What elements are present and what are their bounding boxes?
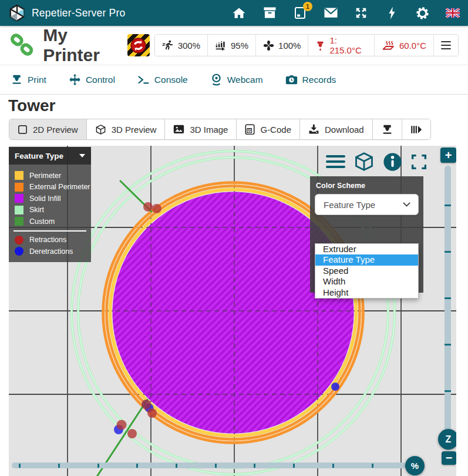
view-3d-preview-button[interactable]: 3D Preview: [86, 119, 165, 139]
bed-temp-value: 60.0°C: [399, 41, 426, 51]
job-title: Tower: [8, 96, 55, 115]
heated-bed-icon: [382, 39, 395, 51]
tab-webcam[interactable]: Webcam: [210, 73, 263, 85]
legend-item: Solid Infill: [9, 193, 91, 205]
option-feature-type[interactable]: Feature Type: [315, 254, 418, 265]
flow-bars-icon: [215, 40, 227, 51]
mail-icon[interactable]: [324, 6, 338, 20]
legend-item: External Perimeter: [9, 182, 91, 193]
color-swatch: [15, 171, 23, 180]
layer-slider-vertical[interactable]: [445, 166, 451, 450]
zoom-in-button[interactable]: +: [440, 148, 456, 163]
gcode-2d-preview-canvas[interactable]: Feature Type Perimeter External Perimete…: [9, 146, 456, 476]
option-speed[interactable]: Speed: [315, 266, 418, 276]
print-nozzle-icon: [11, 73, 23, 86]
option-height[interactable]: Height: [315, 287, 418, 298]
chevron-down-icon: [402, 202, 411, 207]
preview-info-icon[interactable]: [383, 152, 402, 172]
preview-menu-icon[interactable]: [326, 155, 345, 169]
legend-item-label: Retractions: [29, 236, 66, 244]
printer-header: My Printer: [0, 26, 468, 65]
archive-box-icon[interactable]: [262, 6, 277, 20]
top-navbar: Repetier-Server Pro 1: [0, 0, 468, 26]
printer-queue-icon[interactable]: 1: [293, 6, 307, 20]
legend-item: Custom: [9, 216, 91, 227]
legend-item-label: Custom: [29, 217, 55, 226]
printer-tabbar: Print Control Console Webcam Records: [0, 65, 468, 95]
flow-value: 95%: [231, 41, 248, 51]
download-button[interactable]: Download: [299, 119, 372, 139]
preview-mode-button-group: 2D Preview 3D Preview 3D Image G G-Code …: [9, 119, 431, 140]
color-scheme-select[interactable]: Feature Type: [315, 194, 419, 215]
legend-separator: [14, 230, 86, 232]
home-icon[interactable]: [232, 6, 246, 20]
tab-records[interactable]: Records: [285, 75, 336, 85]
legend-header[interactable]: Feature Type: [9, 147, 91, 165]
view-3d-image-label: 3D Image: [190, 125, 228, 135]
printer-name: My Printer: [43, 25, 127, 65]
legend-item: Retractions: [9, 234, 91, 246]
color-scheme-panel: Color Scheme Feature Type Extruder Featu…: [310, 176, 423, 293]
hamburger-icon: [441, 41, 451, 50]
reprint-button[interactable]: [372, 119, 402, 139]
console-prompt-icon: [137, 75, 150, 85]
settings-gear-icon[interactable]: [415, 6, 429, 20]
print-nozzle-icon: [381, 123, 393, 136]
speed-runner-icon: [162, 39, 174, 51]
square-outline-icon: [18, 125, 28, 135]
speed-value: 300%: [178, 41, 200, 51]
view-3d-image-button[interactable]: 3D Image: [164, 119, 236, 139]
extruder-temp-button[interactable]: 1: 215.0°C: [308, 35, 374, 56]
notification-badge: 1: [303, 2, 312, 11]
retraction-dot-icon: [15, 236, 23, 244]
legend-item-label: Solid Infill: [29, 195, 61, 203]
bed-temp-button[interactable]: 60.0°C: [374, 35, 433, 56]
svg-text:G: G: [248, 128, 251, 132]
tab-control[interactable]: Control: [69, 73, 115, 86]
emergency-stop-icon: [130, 38, 146, 53]
view-gcode-button[interactable]: G G-Code: [236, 119, 299, 139]
layer-range-button[interactable]: [402, 119, 430, 139]
power-bolt-icon[interactable]: [385, 6, 399, 20]
legend-item: Skirt: [9, 205, 91, 216]
expand-icon[interactable]: [354, 6, 368, 20]
zoom-out-button[interactable]: −: [442, 451, 456, 465]
color-swatch: [15, 194, 23, 203]
webcam-icon: [210, 73, 223, 85]
fullscreen-icon[interactable]: [410, 153, 427, 170]
emergency-stop-button[interactable]: [127, 34, 149, 56]
view-2d-preview-button[interactable]: 2D Preview: [9, 119, 86, 139]
repetier-logo[interactable]: [8, 4, 26, 22]
option-extruder[interactable]: Extruder: [315, 244, 418, 254]
color-swatch: [15, 183, 23, 192]
tab-print[interactable]: Print: [11, 73, 46, 86]
legend-title: Feature Type: [15, 152, 75, 160]
speed-multiplier-button[interactable]: 300%: [155, 35, 207, 56]
option-width[interactable]: Width: [315, 276, 418, 287]
extruder-temp-value: 1: 215.0°C: [329, 35, 367, 55]
connection-link-icon: [9, 32, 35, 58]
color-scheme-label: Color Scheme: [310, 176, 423, 194]
view-gcode-label: G-Code: [260, 125, 291, 135]
legend-item: Deretractions: [9, 246, 91, 257]
flow-multiplier-button[interactable]: 95%: [207, 35, 255, 56]
download-label: Download: [325, 125, 364, 135]
language-flag-icon[interactable]: [446, 6, 460, 20]
fan-icon: [263, 40, 274, 51]
percent-mode-button[interactable]: %: [405, 456, 425, 475]
fan-value: 100%: [278, 41, 301, 51]
deretraction-dot-icon: [15, 247, 23, 256]
printer-menu-button[interactable]: [433, 35, 458, 56]
layer-bars-play-icon: [410, 125, 422, 134]
preview-toolbar: [326, 152, 426, 172]
z-mode-button[interactable]: Z: [438, 429, 456, 450]
position-slider-horizontal[interactable]: [12, 462, 406, 468]
move-arrows-icon: [69, 73, 81, 86]
tab-console[interactable]: Console: [137, 75, 188, 85]
tab-control-label: Control: [86, 75, 115, 85]
records-camera-icon: [285, 75, 298, 85]
preview-3d-cube-icon[interactable]: [353, 151, 375, 172]
app-title: Repetier-Server Pro: [32, 7, 125, 19]
fan-speed-button[interactable]: 100%: [255, 35, 308, 56]
extruder-icon: [315, 41, 325, 51]
